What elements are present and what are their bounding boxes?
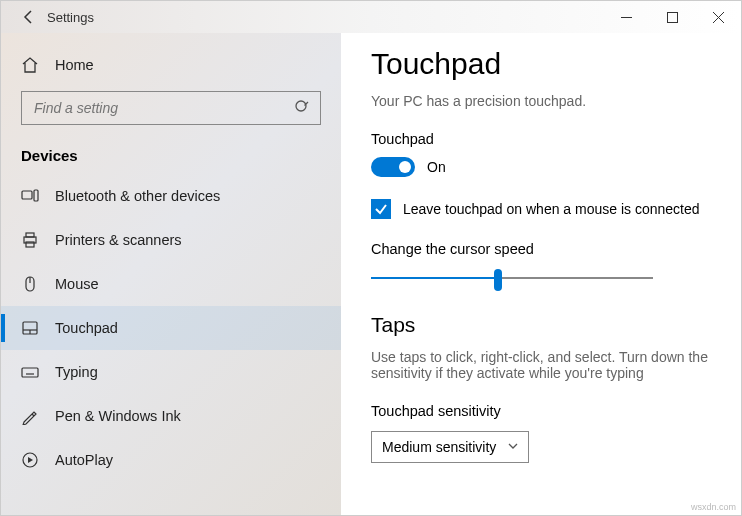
maximize-button[interactable]	[649, 1, 695, 33]
nav-bluetooth[interactable]: Bluetooth & other devices	[1, 174, 341, 218]
taps-section-title: Taps	[371, 313, 711, 337]
nav-autoplay[interactable]: AutoPlay	[1, 438, 341, 482]
svg-line-22	[32, 414, 34, 416]
svg-rect-1	[667, 12, 677, 22]
search-icon	[294, 99, 310, 118]
autoplay-icon	[21, 451, 39, 469]
cursor-speed-label: Change the cursor speed	[371, 241, 711, 257]
nav-label: Printers & scanners	[55, 232, 182, 248]
svg-rect-6	[22, 191, 32, 199]
nav-pen[interactable]: Pen & Windows Ink	[1, 394, 341, 438]
nav-label: Mouse	[55, 276, 99, 292]
touchpad-toggle[interactable]	[371, 157, 415, 177]
slider-thumb[interactable]	[494, 269, 502, 291]
content-pane: Touchpad Your PC has a precision touchpa…	[341, 33, 741, 515]
svg-rect-9	[26, 233, 34, 237]
precision-description: Your PC has a precision touchpad.	[371, 93, 711, 109]
pen-icon	[21, 407, 39, 425]
nav-touchpad[interactable]: Touchpad	[1, 306, 341, 350]
keyboard-icon	[21, 363, 39, 381]
touchpad-icon	[21, 319, 39, 337]
devices-icon	[21, 187, 39, 205]
search-input[interactable]	[32, 99, 294, 117]
page-title: Touchpad	[371, 47, 711, 81]
cursor-speed-slider[interactable]	[371, 267, 653, 291]
nav-label: Pen & Windows Ink	[55, 408, 181, 424]
back-button[interactable]	[11, 1, 47, 33]
nav-home[interactable]: Home	[1, 43, 341, 87]
leave-on-checkbox-label: Leave touchpad on when a mouse is connec…	[403, 201, 700, 217]
home-icon	[21, 56, 39, 74]
sidebar: Home Devices Bluetooth & other devices	[1, 33, 341, 515]
nav-label: Typing	[55, 364, 98, 380]
printer-icon	[21, 231, 39, 249]
sensitivity-label: Touchpad sensitivity	[371, 403, 711, 419]
titlebar: Settings	[1, 1, 741, 33]
nav-mouse[interactable]: Mouse	[1, 262, 341, 306]
touchpad-toggle-label: Touchpad	[371, 131, 711, 147]
svg-rect-7	[34, 190, 38, 201]
nav-home-label: Home	[55, 57, 94, 73]
watermark: wsxdn.com	[691, 502, 736, 512]
window-title: Settings	[47, 10, 94, 25]
sensitivity-dropdown[interactable]: Medium sensitivity	[371, 431, 529, 463]
close-button[interactable]	[695, 1, 741, 33]
svg-rect-16	[22, 368, 38, 377]
chevron-down-icon	[508, 441, 518, 453]
nav-label: Bluetooth & other devices	[55, 188, 220, 204]
svg-point-4	[296, 101, 306, 111]
taps-description: Use taps to click, right-click, and sele…	[371, 349, 711, 381]
nav-label: AutoPlay	[55, 452, 113, 468]
nav-printers[interactable]: Printers & scanners	[1, 218, 341, 262]
nav-label: Touchpad	[55, 320, 118, 336]
sidebar-section-header: Devices	[1, 139, 341, 174]
nav-typing[interactable]: Typing	[1, 350, 341, 394]
search-box[interactable]	[21, 91, 321, 125]
toggle-state-label: On	[427, 159, 446, 175]
mouse-icon	[21, 275, 39, 293]
leave-on-checkbox[interactable]	[371, 199, 391, 219]
dropdown-value: Medium sensitivity	[382, 439, 496, 455]
minimize-button[interactable]	[603, 1, 649, 33]
